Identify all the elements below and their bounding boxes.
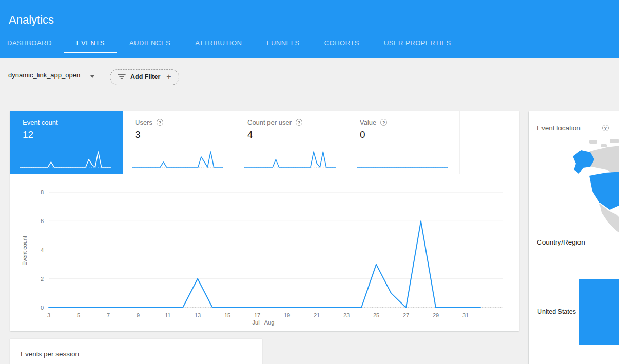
help-icon[interactable]: ? bbox=[157, 119, 163, 126]
svg-text:4: 4 bbox=[41, 247, 44, 253]
help-icon[interactable]: ? bbox=[380, 119, 387, 126]
metric-card-count-per-user[interactable]: Count per user ? 4 bbox=[235, 111, 347, 174]
sparkline-count-per-user bbox=[242, 147, 340, 171]
svg-text:19: 19 bbox=[284, 312, 290, 318]
metric-value: 3 bbox=[135, 129, 227, 140]
event-selector-dropdown[interactable]: dynamic_link_app_open bbox=[8, 71, 94, 83]
svg-text:15: 15 bbox=[224, 312, 230, 318]
metric-label: Users bbox=[135, 118, 152, 126]
add-filter-label: Add Filter bbox=[130, 73, 160, 80]
world-map bbox=[529, 137, 619, 239]
country-label-united-states: United States bbox=[529, 308, 576, 315]
filter-bar: dynamic_link_app_open Add Filter + bbox=[8, 69, 619, 85]
tab-attribution[interactable]: ATTRIBUTION bbox=[183, 33, 254, 53]
metric-card-value[interactable]: Value ? 0 bbox=[347, 111, 460, 174]
event-selector-value: dynamic_link_app_open bbox=[8, 71, 80, 79]
svg-text:23: 23 bbox=[343, 312, 350, 318]
svg-text:29: 29 bbox=[433, 312, 439, 318]
metric-label: Event count bbox=[23, 118, 58, 126]
y-axis-title: Event count bbox=[22, 215, 28, 287]
svg-text:6: 6 bbox=[41, 218, 44, 224]
svg-text:21: 21 bbox=[314, 312, 320, 318]
events-per-session-title: Events per session bbox=[10, 339, 262, 358]
svg-text:5: 5 bbox=[77, 312, 80, 318]
tab-dashboard[interactable]: DASHBOARD bbox=[0, 33, 64, 53]
filter-list-icon bbox=[118, 73, 126, 80]
svg-text:Jul - Aug: Jul - Aug bbox=[253, 319, 275, 326]
svg-text:9: 9 bbox=[137, 312, 140, 318]
map-region-united-states[interactable] bbox=[589, 172, 619, 210]
tab-audiences[interactable]: AUDIENCES bbox=[117, 33, 183, 53]
help-icon[interactable]: ? bbox=[296, 119, 302, 126]
svg-text:13: 13 bbox=[195, 312, 201, 318]
event-location-card: Event location ? Co bbox=[529, 111, 619, 364]
svg-text:31: 31 bbox=[462, 312, 469, 318]
tab-bar: DASHBOARD EVENTS AUDIENCES ATTRIBUTION F… bbox=[0, 33, 619, 53]
country-region-header: Country/Region bbox=[537, 238, 585, 246]
metric-card-event-count[interactable]: Event count 12 bbox=[10, 111, 123, 174]
plus-icon: + bbox=[166, 73, 171, 81]
svg-text:3: 3 bbox=[47, 312, 50, 318]
country-bar-united-states[interactable] bbox=[579, 279, 619, 345]
metric-value: 12 bbox=[23, 129, 115, 140]
metric-value: 0 bbox=[360, 129, 452, 140]
svg-text:2: 2 bbox=[41, 276, 44, 282]
sparkline-event-count bbox=[17, 147, 115, 171]
svg-text:8: 8 bbox=[41, 189, 44, 195]
metric-value: 4 bbox=[247, 129, 340, 140]
page-title: Analytics bbox=[0, 0, 619, 27]
help-icon[interactable]: ? bbox=[602, 125, 609, 131]
svg-text:11: 11 bbox=[165, 312, 170, 318]
app-header: Analytics DASHBOARD EVENTS AUDIENCES ATT… bbox=[0, 0, 619, 58]
svg-text:27: 27 bbox=[403, 312, 409, 318]
tab-cohorts[interactable]: COHORTS bbox=[312, 33, 372, 53]
tab-events[interactable]: EVENTS bbox=[64, 33, 117, 53]
metric-cards-row: Event count 12 Users ? 3 Count per user … bbox=[10, 111, 460, 174]
metric-label: Value bbox=[360, 118, 376, 126]
sparkline-value bbox=[355, 147, 452, 171]
add-filter-button[interactable]: Add Filter + bbox=[110, 69, 179, 85]
event-count-line-chart: 0246835791113151719212325272931Jul - Aug bbox=[28, 187, 516, 328]
tab-user-properties[interactable]: USER PROPERTIES bbox=[372, 33, 463, 53]
metric-label: Count per user bbox=[247, 118, 292, 126]
tab-funnels[interactable]: FUNNELS bbox=[254, 33, 312, 53]
svg-text:25: 25 bbox=[373, 312, 379, 318]
svg-text:7: 7 bbox=[107, 312, 110, 318]
events-overview-card: Event count 12 Users ? 3 Count per user … bbox=[10, 111, 519, 331]
metric-card-users[interactable]: Users ? 3 bbox=[123, 111, 235, 174]
sparkline-users bbox=[130, 147, 227, 171]
svg-text:17: 17 bbox=[254, 312, 260, 318]
events-per-session-card: Events per session bbox=[10, 339, 262, 364]
chevron-down-icon bbox=[90, 75, 94, 78]
svg-text:0: 0 bbox=[41, 305, 44, 311]
analytics-page: Analytics DASHBOARD EVENTS AUDIENCES ATT… bbox=[0, 0, 619, 364]
event-location-title: Event location bbox=[537, 124, 581, 132]
